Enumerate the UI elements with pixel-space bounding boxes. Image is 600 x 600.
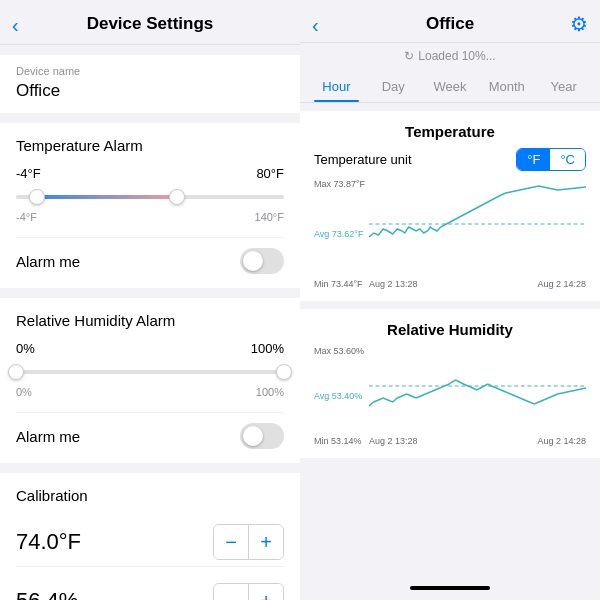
temp-y-labels: Max 73.87°F Avg 73.62°F Min 73.44°F bbox=[314, 179, 369, 289]
loading-row: ↻ Loaded 10%... bbox=[300, 43, 600, 69]
calibration-section: Calibration 74.0°F − + 56.4% − + bbox=[0, 473, 300, 600]
temp-x-labels: Aug 2 13:28 Aug 2 14:28 bbox=[369, 269, 586, 289]
temp-chart-graph bbox=[369, 179, 586, 269]
temp-plus-button[interactable]: + bbox=[249, 525, 283, 559]
temperature-chart-title: Temperature bbox=[314, 123, 586, 140]
page-title: Device Settings bbox=[16, 14, 284, 34]
temp-min-val: -4°F bbox=[16, 166, 41, 181]
unit-toggle-label: Temperature unit bbox=[314, 152, 412, 167]
temp-minus-button[interactable]: − bbox=[214, 525, 248, 559]
right-home-bar bbox=[410, 586, 490, 590]
temp-chart-svg bbox=[369, 179, 586, 269]
temp-stepper: − + bbox=[213, 524, 284, 560]
temp-x-start: Aug 2 13:28 bbox=[369, 279, 418, 289]
settings-gear-button[interactable]: ⚙ bbox=[570, 12, 588, 36]
slider-thumb-left[interactable] bbox=[29, 189, 45, 205]
slider-fill-h bbox=[16, 370, 284, 374]
humidity-chart-graph bbox=[369, 346, 586, 426]
humidity-slider-max: 100% bbox=[256, 386, 284, 398]
tab-day[interactable]: Day bbox=[365, 73, 422, 102]
tab-month[interactable]: Month bbox=[478, 73, 535, 102]
humidity-chart-area: Max 53.60% Avg 53.40% Min 53.14% Aug 2 1… bbox=[314, 346, 586, 446]
humidity-plus-button[interactable]: + bbox=[249, 584, 283, 600]
temp-calibration-row: 74.0°F − + bbox=[16, 518, 284, 567]
left-panel: ‹ Device Settings Device name Office Tem… bbox=[0, 0, 300, 600]
right-page-title: Office bbox=[316, 14, 584, 34]
temp-avg-label: Avg 73.62°F bbox=[314, 229, 369, 239]
temp-alarm-title: Temperature Alarm bbox=[16, 137, 284, 154]
right-back-button[interactable]: ‹ bbox=[312, 14, 319, 37]
humidity-calibration-value: 56.4% bbox=[16, 588, 78, 600]
humidity-alarm-section: Relative Humidity Alarm 0% 100% 0% 100% … bbox=[0, 298, 300, 463]
humidity-slider[interactable] bbox=[16, 362, 284, 382]
temperature-chart-section: Temperature Temperature unit °F °C Max 7… bbox=[300, 111, 600, 301]
temp-slider-minmax: -4°F 140°F bbox=[16, 211, 284, 223]
humidity-chart-title: Relative Humidity bbox=[314, 321, 586, 338]
right-header: ‹ Office ⚙ bbox=[300, 0, 600, 43]
humidity-alarm-row: Alarm me bbox=[16, 412, 284, 449]
humidity-y-labels: Max 53.60% Avg 53.40% Min 53.14% bbox=[314, 346, 369, 446]
temp-alarm-row: Alarm me bbox=[16, 237, 284, 274]
humidity-min-label: Min 53.14% bbox=[314, 436, 369, 446]
tab-year[interactable]: Year bbox=[535, 73, 592, 102]
unit-c-button[interactable]: °C bbox=[550, 149, 585, 170]
right-home-indicator bbox=[300, 580, 600, 600]
humidity-x-end: Aug 2 14:28 bbox=[537, 436, 586, 446]
slider-thumb-right[interactable] bbox=[169, 189, 185, 205]
humidity-x-start: Aug 2 13:28 bbox=[369, 436, 418, 446]
humidity-chart-svg bbox=[369, 346, 586, 426]
humidity-calibration-row: 56.4% − + bbox=[16, 577, 284, 600]
calibration-title: Calibration bbox=[16, 487, 284, 504]
loading-icon: ↻ bbox=[404, 49, 414, 63]
temp-alarm-label: Alarm me bbox=[16, 253, 80, 270]
humidity-alarm-toggle[interactable] bbox=[240, 423, 284, 449]
slider-thumb-h-left[interactable] bbox=[8, 364, 24, 380]
temp-alarm-section: Temperature Alarm -4°F 80°F -4°F 140°F A… bbox=[0, 123, 300, 288]
humidity-alarm-title: Relative Humidity Alarm bbox=[16, 312, 284, 329]
temp-slider-min: -4°F bbox=[16, 211, 37, 223]
temp-max-val: 80°F bbox=[256, 166, 284, 181]
temp-slider-max: 140°F bbox=[255, 211, 284, 223]
humidity-range-labels: 0% 100% bbox=[16, 341, 284, 356]
temp-min-label: Min 73.44°F bbox=[314, 279, 369, 289]
humidity-max-val: 100% bbox=[251, 341, 284, 356]
humidity-max-label: Max 53.60% bbox=[314, 346, 369, 356]
humidity-chart-section: Relative Humidity Max 53.60% Avg 53.40% … bbox=[300, 309, 600, 458]
tab-bar: Hour Day Week Month Year bbox=[300, 69, 600, 103]
back-button[interactable]: ‹ bbox=[12, 14, 19, 37]
temperature-chart-area: Max 73.87°F Avg 73.62°F Min 73.44°F Aug … bbox=[314, 179, 586, 289]
loading-text: Loaded 10%... bbox=[418, 49, 495, 63]
humidity-x-labels: Aug 2 13:28 Aug 2 14:28 bbox=[369, 426, 586, 446]
humidity-min-val: 0% bbox=[16, 341, 35, 356]
temp-alarm-toggle[interactable] bbox=[240, 248, 284, 274]
humidity-slider-minmax: 0% 100% bbox=[16, 386, 284, 398]
humidity-stepper: − + bbox=[213, 583, 284, 600]
unit-f-button[interactable]: °F bbox=[517, 149, 550, 170]
unit-toggle: °F °C bbox=[516, 148, 586, 171]
humidity-avg-label: Avg 53.40% bbox=[314, 391, 369, 401]
slider-fill bbox=[37, 195, 176, 199]
tab-hour[interactable]: Hour bbox=[308, 73, 365, 102]
slider-thumb-h-right[interactable] bbox=[276, 364, 292, 380]
humidity-minus-button[interactable]: − bbox=[214, 584, 248, 600]
humidity-slider-min: 0% bbox=[16, 386, 32, 398]
right-panel: ‹ Office ⚙ ↻ Loaded 10%... Hour Day Week… bbox=[300, 0, 600, 600]
tab-week[interactable]: Week bbox=[422, 73, 479, 102]
temp-calibration-value: 74.0°F bbox=[16, 529, 81, 555]
left-header: ‹ Device Settings bbox=[0, 0, 300, 45]
device-name-section: Device name Office bbox=[0, 55, 300, 113]
device-name-label: Device name bbox=[16, 65, 284, 77]
temp-max-label: Max 73.87°F bbox=[314, 179, 369, 189]
temp-slider[interactable] bbox=[16, 187, 284, 207]
humidity-alarm-label: Alarm me bbox=[16, 428, 80, 445]
device-name-value: Office bbox=[16, 81, 284, 101]
temp-x-end: Aug 2 14:28 bbox=[537, 279, 586, 289]
temp-range-labels: -4°F 80°F bbox=[16, 166, 284, 181]
unit-toggle-row: Temperature unit °F °C bbox=[314, 148, 586, 171]
